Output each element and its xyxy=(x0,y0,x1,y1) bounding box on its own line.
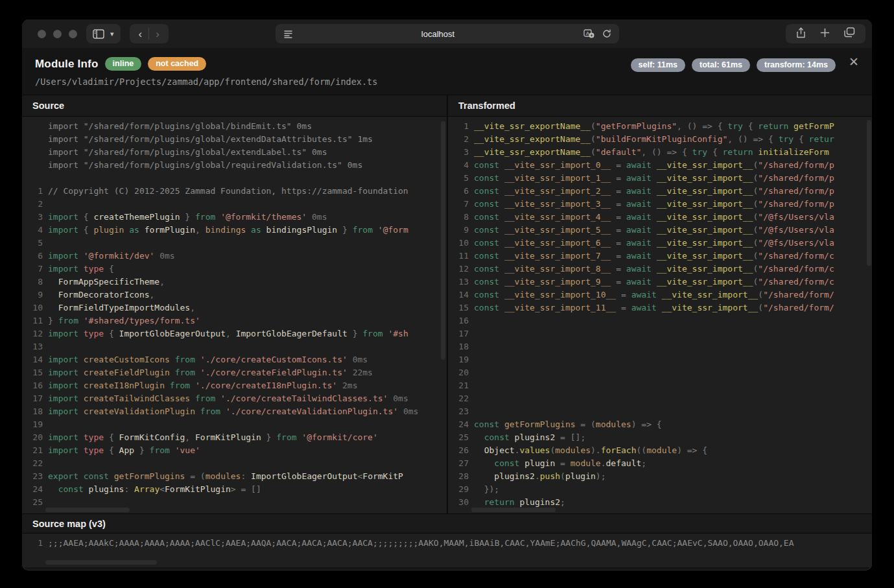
code-line: 21 xyxy=(448,379,872,392)
code-line: 12const __vite_ssr_import_8__ = await __… xyxy=(448,263,872,276)
code-line: 25 xyxy=(22,496,447,509)
close-window-button[interactable] xyxy=(38,30,46,38)
code-line: 23export const getFormPlugins = (modules… xyxy=(22,470,447,483)
line-number xyxy=(22,146,43,159)
code-line: 7import type { xyxy=(22,263,447,276)
code-text: const __vite_ssr_import_1__ = await __vi… xyxy=(469,172,872,185)
transformed-panel-title: Transformed xyxy=(448,95,872,117)
chevron-down-icon: ▾ xyxy=(110,30,114,38)
source-horizontal-scrollbar[interactable] xyxy=(45,508,130,512)
line-number: 27 xyxy=(448,457,469,470)
code-line: 3__vite_ssr_exportName__("default", () =… xyxy=(448,146,872,159)
code-text: FormAppSpecificTheme, xyxy=(43,276,447,288)
code-line: 14import createCustomIcons from './core/… xyxy=(22,353,447,366)
code-text: export const getFormPlugins = (modules: … xyxy=(43,470,447,483)
line-number: 21 xyxy=(448,379,469,392)
line-number: 1 xyxy=(448,120,469,133)
code-text: import createValidationPlugin from './co… xyxy=(43,405,447,418)
line-number: 25 xyxy=(448,431,469,444)
line-number: 29 xyxy=(448,483,469,496)
reload-icon[interactable] xyxy=(602,29,611,38)
code-line: 3import { createThemePlugin } from '@for… xyxy=(22,211,447,224)
zoom-window-button[interactable] xyxy=(69,30,77,38)
not-cached-badge: not cached xyxy=(148,57,206,71)
close-icon[interactable]: ✕ xyxy=(849,56,859,68)
nav-divider xyxy=(148,28,149,40)
sourcemap-code-area[interactable]: 1 ;;;AAEA;AAAkC;AAAA;AAAA;AAAA;AAClC;AAE… xyxy=(22,534,872,567)
share-button[interactable] xyxy=(796,27,806,41)
address-bar[interactable]: localhost A ✦ xyxy=(276,24,619,43)
line-number: 13 xyxy=(22,340,43,353)
line-number: 14 xyxy=(22,353,43,366)
code-text: import createTailwindClasses from './cor… xyxy=(43,392,447,405)
code-line: 16import createI18nPlugin from './core/c… xyxy=(22,379,447,392)
code-text: const __vite_ssr_import_5__ = await __vi… xyxy=(469,224,872,237)
sourcemap-line-number: 1 xyxy=(22,538,43,552)
code-line: 13 xyxy=(22,340,447,353)
line-number: 20 xyxy=(22,431,43,444)
reader-icon[interactable] xyxy=(283,30,293,38)
code-text: import "/shared/form/plugins/global/requ… xyxy=(43,159,447,172)
line-number: 15 xyxy=(448,301,469,314)
sidebar-button[interactable]: ▾ xyxy=(86,24,121,43)
code-text: const __vite_ssr_import_10__ = await __v… xyxy=(469,288,872,301)
browser-toolbar: ▾ ‹ › localhost A xyxy=(22,19,872,48)
code-text: const plugin = module.default; xyxy=(469,457,872,470)
line-number: 24 xyxy=(448,418,469,431)
code-text: const __vite_ssr_import_3__ = await __vi… xyxy=(469,198,872,211)
forward-button[interactable]: › xyxy=(156,29,159,40)
line-number xyxy=(22,120,43,133)
code-text: import type { FormKitConfig, FormKitPlug… xyxy=(43,431,447,444)
source-vertical-scrollbar[interactable] xyxy=(441,121,445,360)
code-line: 20import type { FormKitConfig, FormKitPl… xyxy=(22,431,447,444)
code-line: 29 }); xyxy=(448,483,872,496)
sourcemap-horizontal-scrollbar[interactable] xyxy=(45,560,157,565)
code-text xyxy=(43,418,447,431)
line-number xyxy=(22,133,43,146)
transformed-vertical-scrollbar[interactable] xyxy=(867,120,871,266)
code-line: 1__vite_ssr_exportName__("getFormPlugins… xyxy=(448,120,872,133)
source-panel: Source import "/shared/form/plugins/glob… xyxy=(22,95,448,513)
line-number: 10 xyxy=(448,237,469,250)
line-number: 17 xyxy=(22,392,43,405)
line-number: 5 xyxy=(22,237,43,250)
code-line: 22 xyxy=(448,392,872,405)
code-text: import "/shared/form/plugins/global/bind… xyxy=(43,120,447,133)
line-number: 23 xyxy=(448,405,469,418)
line-number: 9 xyxy=(22,288,43,301)
transformed-code-area[interactable]: 1__vite_ssr_exportName__("getFormPlugins… xyxy=(448,117,872,513)
tab-overview-button[interactable] xyxy=(844,27,855,40)
line-number: 1 xyxy=(22,185,43,198)
transformed-horizontal-scrollbar[interactable] xyxy=(471,508,556,512)
code-text xyxy=(469,314,872,327)
line-number: 13 xyxy=(448,276,469,288)
code-text: import createI18nPlugin from './core/cre… xyxy=(43,379,447,392)
code-text: __vite_ssr_exportName__("buildFormKitPlu… xyxy=(469,133,872,146)
code-text: const plugins: Array<FormKitPlugin> = [] xyxy=(43,483,447,496)
line-number: 24 xyxy=(22,483,43,496)
code-text: import type { ImportGlobEagerOutput, Imp… xyxy=(43,327,447,340)
back-button[interactable]: ‹ xyxy=(139,29,143,40)
code-line: 20 xyxy=(448,366,872,379)
new-tab-button[interactable] xyxy=(820,28,830,40)
line-number: 12 xyxy=(22,327,43,340)
code-text: }); xyxy=(469,483,872,496)
code-text: Object.values(modules).forEach((module) … xyxy=(469,444,872,457)
code-text: const __vite_ssr_import_6__ = await __vi… xyxy=(469,237,872,250)
minimize-window-button[interactable] xyxy=(53,30,62,38)
nav-buttons: ‹ › xyxy=(130,24,169,43)
line-number: 6 xyxy=(22,250,43,263)
code-line: 11const __vite_ssr_import_7__ = await __… xyxy=(448,250,872,263)
desktop-background: ▾ ‹ › localhost A xyxy=(0,0,894,588)
source-code-area[interactable]: import "/shared/form/plugins/global/bind… xyxy=(22,117,447,513)
translate-icon[interactable]: A ✦ xyxy=(583,29,594,38)
total-time-badge: total: 61ms xyxy=(692,58,750,72)
line-number: 22 xyxy=(448,392,469,405)
code-text: const __vite_ssr_import_2__ = await __vi… xyxy=(469,185,872,198)
line-number: 30 xyxy=(448,496,469,509)
line-number: 22 xyxy=(22,457,43,470)
code-line: 21import type { App } from 'vue' xyxy=(22,444,447,457)
code-line: 24 const plugins: Array<FormKitPlugin> =… xyxy=(22,483,447,496)
code-text: import '@formkit/dev' 0ms xyxy=(43,250,447,263)
line-number: 6 xyxy=(448,185,469,198)
